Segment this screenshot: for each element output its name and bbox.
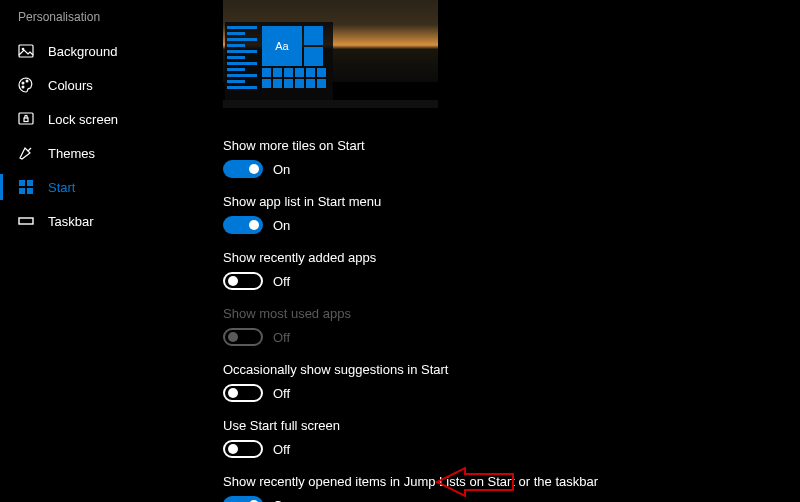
toggle-state-label: Off [273,330,290,345]
toggle-switch[interactable] [223,496,263,502]
toggle-row: On [223,216,800,234]
sidebar-title: Personalisation [0,8,195,34]
toggle-row: Off [223,384,800,402]
toggle-state-label: On [273,218,290,233]
setting-row: Show app list in Start menuOn [223,194,800,234]
settings-content: Aa Show more tiles on StartOnShow app li… [223,0,800,502]
toggle-switch[interactable] [223,160,263,178]
sidebar-item-background[interactable]: Background [0,34,195,68]
toggle-row: On [223,496,800,502]
toggle-switch[interactable] [223,272,263,290]
palette-icon [18,77,34,93]
setting-row: Show most used appsOff [223,306,800,346]
setting-row: Show recently added appsOff [223,250,800,290]
setting-label: Show more tiles on Start [223,138,800,153]
svg-rect-9 [19,188,25,194]
sidebar-item-label: Taskbar [48,214,94,229]
svg-point-3 [26,80,28,82]
setting-row: Show more tiles on StartOn [223,138,800,178]
preview-tile-sample: Aa [262,26,302,66]
sidebar-item-label: Background [48,44,117,59]
sidebar-item-lock-screen[interactable]: Lock screen [0,102,195,136]
toggle-state-label: Off [273,274,290,289]
setting-label: Use Start full screen [223,418,800,433]
sidebar-item-taskbar[interactable]: Taskbar [0,204,195,238]
sidebar-item-themes[interactable]: Themes [0,136,195,170]
setting-label: Occasionally show suggestions in Start [223,362,800,377]
svg-rect-7 [19,180,25,186]
svg-point-4 [22,86,24,88]
picture-icon [18,43,34,59]
svg-point-2 [22,82,24,84]
setting-label: Show recently opened items in Jump Lists… [223,474,800,489]
taskbar-icon [18,213,34,229]
toggle-state-label: Off [273,386,290,401]
toggle-row: On [223,160,800,178]
svg-rect-0 [19,45,33,57]
setting-row: Show recently opened items in Jump Lists… [223,474,800,502]
sidebar: Personalisation Background Colours Lock … [0,0,195,238]
toggle-state-label: On [273,162,290,177]
preview-start-menu: Aa [225,22,333,100]
start-icon [18,179,34,195]
sidebar-item-start[interactable]: Start [0,170,195,204]
sidebar-item-colours[interactable]: Colours [0,68,195,102]
svg-rect-10 [27,188,33,194]
toggle-switch[interactable] [223,216,263,234]
toggle-state-label: On [273,498,290,503]
sidebar-item-label: Lock screen [48,112,118,127]
toggle-row: Off [223,328,800,346]
themes-icon [18,145,34,161]
sidebar-item-label: Themes [48,146,95,161]
toggle-row: Off [223,272,800,290]
svg-rect-6 [24,118,28,122]
toggle-state-label: Off [273,442,290,457]
svg-rect-8 [27,180,33,186]
toggle-row: Off [223,440,800,458]
toggle-switch[interactable] [223,384,263,402]
preview-taskbar [223,100,438,108]
toggle-switch[interactable] [223,440,263,458]
preview-tiles: Aa [259,22,333,100]
svg-rect-11 [19,218,33,224]
toggle-switch [223,328,263,346]
setting-label: Show app list in Start menu [223,194,800,209]
setting-row: Use Start full screenOff [223,418,800,458]
setting-row: Occasionally show suggestions in StartOf… [223,362,800,402]
setting-label: Show recently added apps [223,250,800,265]
lock-screen-icon [18,111,34,127]
setting-label: Show most used apps [223,306,800,321]
preview-app-list [225,22,259,100]
start-preview: Aa [223,0,438,108]
sidebar-item-label: Start [48,180,75,195]
sidebar-item-label: Colours [48,78,93,93]
